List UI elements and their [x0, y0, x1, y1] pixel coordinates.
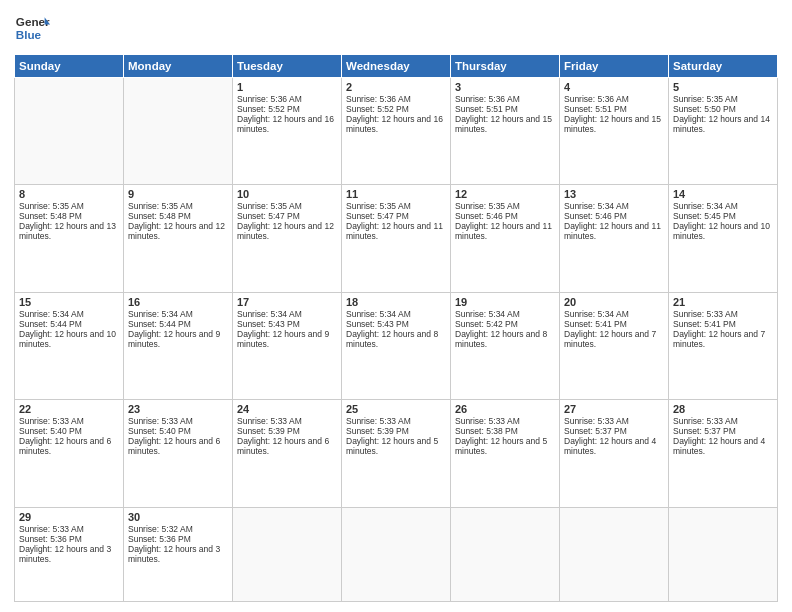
sunrise: Sunrise: 5:35 AM — [19, 201, 84, 211]
weekday-header-monday: Monday — [124, 55, 233, 78]
day-number: 23 — [128, 403, 228, 415]
sunset: Sunset: 5:40 PM — [19, 426, 82, 436]
daylight: Daylight: 12 hours and 6 minutes. — [237, 436, 329, 456]
daylight: Daylight: 12 hours and 3 minutes. — [128, 544, 220, 564]
daylight: Daylight: 12 hours and 16 minutes. — [346, 114, 443, 134]
daylight: Daylight: 12 hours and 3 minutes. — [19, 544, 111, 564]
page: General Blue SundayMondayTuesdayWednesda… — [0, 0, 792, 612]
calendar-cell: 17Sunrise: 5:34 AMSunset: 5:43 PMDayligh… — [233, 292, 342, 399]
calendar-cell: 20Sunrise: 5:34 AMSunset: 5:41 PMDayligh… — [560, 292, 669, 399]
sunrise: Sunrise: 5:35 AM — [673, 94, 738, 104]
daylight: Daylight: 12 hours and 15 minutes. — [564, 114, 661, 134]
daylight: Daylight: 12 hours and 9 minutes. — [128, 329, 220, 349]
calendar-cell: 3Sunrise: 5:36 AMSunset: 5:51 PMDaylight… — [451, 78, 560, 185]
sunrise: Sunrise: 5:33 AM — [237, 416, 302, 426]
sunrise: Sunrise: 5:33 AM — [455, 416, 520, 426]
calendar-cell — [233, 507, 342, 601]
sunset: Sunset: 5:41 PM — [564, 319, 627, 329]
daylight: Daylight: 12 hours and 10 minutes. — [19, 329, 116, 349]
sunset: Sunset: 5:52 PM — [346, 104, 409, 114]
day-number: 15 — [19, 296, 119, 308]
sunrise: Sunrise: 5:34 AM — [455, 309, 520, 319]
sunset: Sunset: 5:47 PM — [346, 211, 409, 221]
sunrise: Sunrise: 5:33 AM — [128, 416, 193, 426]
day-number: 3 — [455, 81, 555, 93]
calendar-cell: 18Sunrise: 5:34 AMSunset: 5:43 PMDayligh… — [342, 292, 451, 399]
daylight: Daylight: 12 hours and 14 minutes. — [673, 114, 770, 134]
header: General Blue — [14, 10, 778, 46]
daylight: Daylight: 12 hours and 5 minutes. — [455, 436, 547, 456]
sunset: Sunset: 5:44 PM — [19, 319, 82, 329]
weekday-header-tuesday: Tuesday — [233, 55, 342, 78]
sunrise: Sunrise: 5:34 AM — [346, 309, 411, 319]
sunset: Sunset: 5:41 PM — [673, 319, 736, 329]
calendar-cell: 28Sunrise: 5:33 AMSunset: 5:37 PMDayligh… — [669, 400, 778, 507]
sunrise: Sunrise: 5:34 AM — [19, 309, 84, 319]
sunrise: Sunrise: 5:36 AM — [346, 94, 411, 104]
daylight: Daylight: 12 hours and 4 minutes. — [673, 436, 765, 456]
sunrise: Sunrise: 5:33 AM — [19, 524, 84, 534]
daylight: Daylight: 12 hours and 4 minutes. — [564, 436, 656, 456]
sunset: Sunset: 5:37 PM — [673, 426, 736, 436]
calendar-cell: 2Sunrise: 5:36 AMSunset: 5:52 PMDaylight… — [342, 78, 451, 185]
sunset: Sunset: 5:47 PM — [237, 211, 300, 221]
day-number: 13 — [564, 188, 664, 200]
sunset: Sunset: 5:50 PM — [673, 104, 736, 114]
day-number: 12 — [455, 188, 555, 200]
day-number: 21 — [673, 296, 773, 308]
sunset: Sunset: 5:43 PM — [237, 319, 300, 329]
sunset: Sunset: 5:36 PM — [19, 534, 82, 544]
daylight: Daylight: 12 hours and 8 minutes. — [346, 329, 438, 349]
sunrise: Sunrise: 5:36 AM — [237, 94, 302, 104]
sunset: Sunset: 5:43 PM — [346, 319, 409, 329]
daylight: Daylight: 12 hours and 7 minutes. — [564, 329, 656, 349]
sunrise: Sunrise: 5:34 AM — [564, 201, 629, 211]
day-number: 11 — [346, 188, 446, 200]
day-number: 24 — [237, 403, 337, 415]
calendar-cell: 27Sunrise: 5:33 AMSunset: 5:37 PMDayligh… — [560, 400, 669, 507]
calendar-cell: 25Sunrise: 5:33 AMSunset: 5:39 PMDayligh… — [342, 400, 451, 507]
daylight: Daylight: 12 hours and 12 minutes. — [128, 221, 225, 241]
calendar-cell — [451, 507, 560, 601]
day-number: 28 — [673, 403, 773, 415]
calendar-cell: 13Sunrise: 5:34 AMSunset: 5:46 PMDayligh… — [560, 185, 669, 292]
sunset: Sunset: 5:46 PM — [455, 211, 518, 221]
calendar-cell: 30Sunrise: 5:32 AMSunset: 5:36 PMDayligh… — [124, 507, 233, 601]
sunrise: Sunrise: 5:32 AM — [128, 524, 193, 534]
calendar-cell: 12Sunrise: 5:35 AMSunset: 5:46 PMDayligh… — [451, 185, 560, 292]
calendar-cell: 26Sunrise: 5:33 AMSunset: 5:38 PMDayligh… — [451, 400, 560, 507]
sunset: Sunset: 5:48 PM — [128, 211, 191, 221]
day-number: 10 — [237, 188, 337, 200]
sunset: Sunset: 5:39 PM — [346, 426, 409, 436]
sunset: Sunset: 5:42 PM — [455, 319, 518, 329]
sunrise: Sunrise: 5:36 AM — [455, 94, 520, 104]
svg-text:Blue: Blue — [16, 28, 42, 41]
day-number: 16 — [128, 296, 228, 308]
calendar-cell — [560, 507, 669, 601]
daylight: Daylight: 12 hours and 11 minutes. — [346, 221, 443, 241]
calendar-cell: 22Sunrise: 5:33 AMSunset: 5:40 PMDayligh… — [15, 400, 124, 507]
sunset: Sunset: 5:40 PM — [128, 426, 191, 436]
day-number: 17 — [237, 296, 337, 308]
day-number: 27 — [564, 403, 664, 415]
weekday-header-saturday: Saturday — [669, 55, 778, 78]
day-number: 14 — [673, 188, 773, 200]
sunrise: Sunrise: 5:33 AM — [346, 416, 411, 426]
sunset: Sunset: 5:48 PM — [19, 211, 82, 221]
daylight: Daylight: 12 hours and 8 minutes. — [455, 329, 547, 349]
daylight: Daylight: 12 hours and 10 minutes. — [673, 221, 770, 241]
calendar-cell: 16Sunrise: 5:34 AMSunset: 5:44 PMDayligh… — [124, 292, 233, 399]
sunset: Sunset: 5:36 PM — [128, 534, 191, 544]
day-number: 25 — [346, 403, 446, 415]
logo: General Blue — [14, 10, 50, 46]
calendar-cell: 23Sunrise: 5:33 AMSunset: 5:40 PMDayligh… — [124, 400, 233, 507]
sunrise: Sunrise: 5:36 AM — [564, 94, 629, 104]
daylight: Daylight: 12 hours and 11 minutes. — [564, 221, 661, 241]
daylight: Daylight: 12 hours and 5 minutes. — [346, 436, 438, 456]
sunset: Sunset: 5:44 PM — [128, 319, 191, 329]
calendar-cell: 4Sunrise: 5:36 AMSunset: 5:51 PMDaylight… — [560, 78, 669, 185]
calendar-cell: 10Sunrise: 5:35 AMSunset: 5:47 PMDayligh… — [233, 185, 342, 292]
daylight: Daylight: 12 hours and 16 minutes. — [237, 114, 334, 134]
sunset: Sunset: 5:51 PM — [564, 104, 627, 114]
weekday-header-wednesday: Wednesday — [342, 55, 451, 78]
